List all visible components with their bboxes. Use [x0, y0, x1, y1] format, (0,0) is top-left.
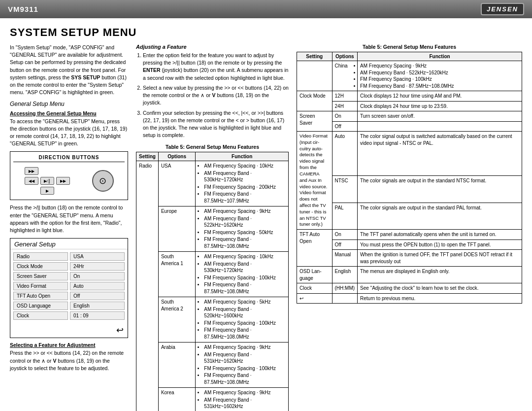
table-row: OSD Lan-guage English The menus are disp… [297, 267, 522, 283]
setup-table-inner: Radio USA Clock Mode 24Hr Screen Saver O… [10, 249, 128, 323]
direction-buttons-box: DIRECTION BUTTONS ▶▶ ◀◀ ▶/║ ▶▶ ▶ [10, 151, 128, 200]
general-setup-menu-heading: General Setup Menu [10, 101, 128, 107]
col-setting: Setting [136, 152, 159, 161]
accessing-text: To access the "GENERAL SETUP" Menu, pres… [10, 118, 128, 148]
middle-table-title: Table 5: General Setup Menu Features [136, 144, 289, 150]
option-arabia: Arabia [158, 342, 195, 388]
btn-forward-fast[interactable]: ▶▶ [25, 167, 38, 175]
btn-fast-forward[interactable]: ▶▶ [56, 177, 70, 185]
table-row: Video Format(Input cir-cuitry auto-detec… [297, 132, 522, 176]
setup-label-videoformat: Video Format [13, 282, 68, 290]
setup-label-tftauto: TFT Auto Open [13, 292, 68, 300]
option-english: English [332, 267, 358, 283]
direction-buttons-title: DIRECTION BUTTONS [13, 155, 125, 162]
main-content: SYSTEM SETUP MENU In "System Setup" mode… [0, 18, 532, 411]
setting-back: ↩ [297, 293, 332, 304]
function-manual-tft: When the ignition is turned OFF, the TFT… [358, 250, 522, 267]
function-on-tft: The TFT panel automatically opens when t… [358, 230, 522, 240]
general-setup-box: General Setup Radio USA Clock Mode 24Hr … [10, 238, 128, 338]
btn-play-pause[interactable]: ▶/║ [40, 177, 54, 185]
table-row: Radio USA AM Frequency Spacing · 10kHz A… [136, 161, 289, 206]
setup-row-osd: OSD Language English [13, 302, 125, 310]
function-ntsc: The color signals are output in the stan… [358, 176, 522, 203]
col-middle: Adjusting a Feature Enter the option fie… [136, 44, 289, 411]
setup-row-tftauto: TFT Auto Open Off [13, 292, 125, 300]
function-pal: The color signals are output in the stan… [358, 203, 522, 229]
step-1: Enter the option field for the feature y… [143, 52, 289, 82]
col-right: Table 5: General Setup Menu Features Set… [297, 44, 522, 411]
option-auto: Auto [332, 132, 358, 176]
col-left: In "System Setup" mode, "ASP CONFIG" and… [10, 44, 128, 411]
function-24h: Clock displays 24 hour time up to 23:59. [358, 101, 522, 111]
function-on-ss: Turn screen saver on/off. [358, 111, 522, 122]
btn-rewind[interactable]: ◀◀ [25, 177, 38, 185]
function-arabia: AM Frequency Spacing · 9kHz AM Frequency… [196, 342, 289, 388]
option-24h: 24H [332, 101, 358, 111]
option-europe: Europe [158, 206, 195, 252]
adj-feature-title: Adjusting a Feature [136, 44, 289, 50]
option-manual-tft: Manual [332, 250, 358, 267]
btn-row-top: ▶▶ [25, 167, 70, 175]
function-china: AM Frequency Spacing · 9kHz AM Frequency… [358, 61, 522, 91]
btn-row-bot: ▶ [25, 187, 70, 195]
function-south-am2: AM Frequency Spacing · 5kHz AM Frequency… [196, 297, 289, 342]
btn-down[interactable]: ▶ [40, 187, 54, 195]
selecting-text: Press the >> or << buttons (14, 22) on t… [10, 349, 128, 372]
function-europe: AM Frequency Spacing · 9kHz AM Frequency… [196, 206, 289, 252]
table-row: South America 1 AM Frequency Spacing · 1… [136, 252, 289, 297]
table-row: Korea AM Frequency Spacing · 9kHz AM Fre… [136, 388, 289, 411]
setup-value-tftauto: Off [70, 292, 125, 300]
setting-empty-1 [297, 61, 332, 91]
setup-row-screensaver: Screen Saver On [13, 272, 125, 280]
press-text: Press the >/|| button (18) on the remote… [10, 204, 128, 234]
right-col-options: Options [332, 52, 358, 61]
option-hhmm: (HH:MM) [332, 283, 358, 294]
joystick[interactable]: ⊙ [92, 170, 114, 192]
setup-value-clockmode: 24Hr [70, 262, 125, 271]
btn-group-left: ▶▶ ◀◀ ▶/║ ▶▶ ▶ [25, 167, 70, 195]
setup-value-screensaver: On [70, 272, 125, 280]
option-back [332, 293, 358, 304]
setup-label-screensaver: Screen Saver [13, 272, 68, 280]
setup-row-clock: Clock 01 : 09 [13, 311, 125, 320]
table-row: TFT Auto Open On The TFT panel automatic… [297, 230, 522, 240]
setting-clock: Clock [297, 283, 332, 294]
table-row: South America 2 AM Frequency Spacing · 5… [136, 297, 289, 342]
col-function: Function [196, 152, 289, 161]
table-row: Screen Saver On Turn screen saver on/off… [297, 111, 522, 122]
setup-value-clock: 01 : 09 [70, 311, 125, 320]
setting-tftauto: TFT Auto Open [297, 230, 332, 267]
table-row: Clock Mode 12H Clock displays 12 hour ti… [297, 91, 522, 102]
back-arrow: ↩ [10, 323, 128, 338]
accessing-heading: Accessing the General Setup Menu [10, 110, 128, 116]
selecting-feature-heading: Selecting a Feature for Adjustment [10, 342, 128, 348]
middle-feature-table: Setting Options Function Radio USA AM Fr… [136, 152, 289, 411]
option-off-tft: Off [332, 240, 358, 250]
setup-label-clockmode: Clock Mode [13, 262, 68, 271]
page-title: SYSTEM SETUP MENU [10, 26, 522, 39]
setup-row-clockmode: Clock Mode 24Hr [13, 262, 125, 271]
steps-list: Enter the option field for the feature y… [136, 52, 289, 139]
table-row: Clock (HH:MM) See "Adjusting the clock" … [297, 283, 522, 294]
table-row: Arabia AM Frequency Spacing · 9kHz AM Fr… [136, 342, 289, 388]
function-south-am1: AM Frequency Spacing · 10kHz AM Frequenc… [196, 252, 289, 297]
function-clock: See "Adjusting the clock" to learn how t… [358, 283, 522, 294]
function-korea: AM Frequency Spacing · 9kHz AM Frequency… [196, 388, 289, 411]
function-off-tft: You must press the OPEN button (1) to op… [358, 240, 522, 250]
col-options: Options [158, 152, 195, 161]
table-row: Europe AM Frequency Spacing · 9kHz AM Fr… [136, 206, 289, 252]
intro-text: In "System Setup" mode, "ASP CONFIG" and… [10, 44, 128, 97]
function-english: The menus are displayed in English only. [358, 267, 522, 283]
setting-screensaver: Screen Saver [297, 111, 332, 132]
option-usa: USA [158, 161, 195, 206]
setup-label-osd: OSD Language [13, 302, 68, 310]
function-back: Return to previous menu. [358, 293, 522, 304]
option-off-ss: Off [332, 121, 358, 132]
right-col-function: Function [358, 52, 522, 61]
table-row: China AM Frequency Spacing · 9kHz AM Fre… [297, 61, 522, 91]
function-12h: Clock displays 12 hour time using AM and… [358, 91, 522, 102]
right-feature-table: Setting Options Function China AM Freque… [297, 52, 522, 304]
setting-radio: Radio [136, 161, 159, 411]
setting-osdlang: OSD Lan-guage [297, 267, 332, 283]
table-row: ↩ Return to previous menu. [297, 293, 522, 304]
